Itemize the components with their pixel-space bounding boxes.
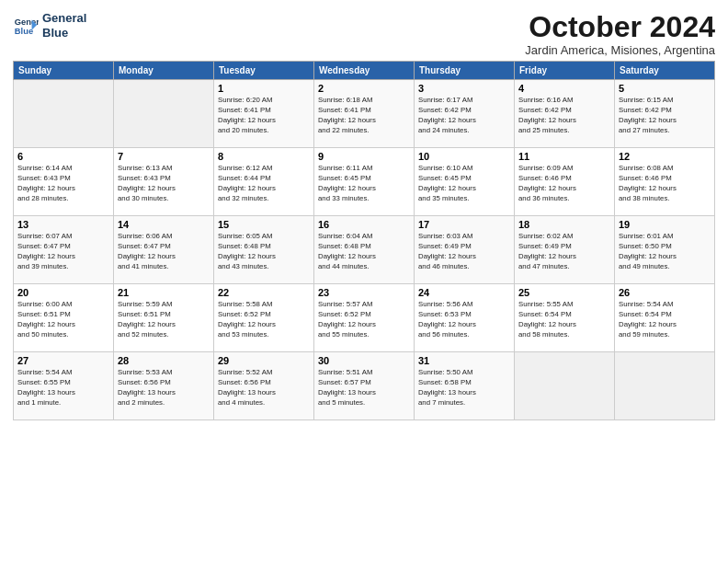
day-info: Sunrise: 5:54 AMSunset: 6:54 PMDaylight:… xyxy=(619,300,711,340)
month-title: October 2024 xyxy=(525,11,715,43)
week-row-4: 20Sunrise: 6:00 AMSunset: 6:51 PMDayligh… xyxy=(14,284,715,352)
day-info: Sunrise: 6:00 AMSunset: 6:51 PMDaylight:… xyxy=(17,300,109,340)
calendar-cell: 2Sunrise: 6:18 AMSunset: 6:41 PMDaylight… xyxy=(314,80,415,148)
day-number: 19 xyxy=(619,219,711,230)
col-header-thursday: Thursday xyxy=(415,62,515,80)
week-row-2: 6Sunrise: 6:14 AMSunset: 6:43 PMDaylight… xyxy=(14,148,715,216)
day-info: Sunrise: 6:03 AMSunset: 6:49 PMDaylight:… xyxy=(418,232,510,272)
day-number: 14 xyxy=(118,219,210,230)
col-header-tuesday: Tuesday xyxy=(214,62,314,80)
calendar-cell: 15Sunrise: 6:05 AMSunset: 6:48 PMDayligh… xyxy=(214,216,314,284)
calendar-cell: 23Sunrise: 5:57 AMSunset: 6:52 PMDayligh… xyxy=(314,284,415,352)
day-info: Sunrise: 6:11 AMSunset: 6:45 PMDaylight:… xyxy=(318,164,410,204)
day-info: Sunrise: 6:08 AMSunset: 6:46 PMDaylight:… xyxy=(619,164,711,204)
day-number: 9 xyxy=(318,151,410,162)
calendar-cell: 26Sunrise: 5:54 AMSunset: 6:54 PMDayligh… xyxy=(615,284,715,352)
logo-text-line2: Blue xyxy=(42,26,86,40)
day-info: Sunrise: 6:13 AMSunset: 6:43 PMDaylight:… xyxy=(118,164,210,204)
day-info: Sunrise: 6:04 AMSunset: 6:48 PMDaylight:… xyxy=(318,232,410,272)
day-number: 25 xyxy=(518,287,610,298)
calendar-cell: 27Sunrise: 5:54 AMSunset: 6:55 PMDayligh… xyxy=(14,352,114,420)
day-number: 4 xyxy=(518,83,610,94)
col-header-friday: Friday xyxy=(515,62,615,80)
col-header-monday: Monday xyxy=(114,62,214,80)
calendar-cell: 4Sunrise: 6:16 AMSunset: 6:42 PMDaylight… xyxy=(515,80,615,148)
day-number: 21 xyxy=(118,287,210,298)
day-number: 26 xyxy=(619,287,711,298)
calendar-cell: 14Sunrise: 6:06 AMSunset: 6:47 PMDayligh… xyxy=(114,216,214,284)
day-info: Sunrise: 6:17 AMSunset: 6:42 PMDaylight:… xyxy=(418,96,510,136)
calendar-container: General Blue General Blue October 2024 J… xyxy=(0,0,728,563)
col-header-sunday: Sunday xyxy=(14,62,114,80)
col-header-saturday: Saturday xyxy=(615,62,715,80)
day-number: 8 xyxy=(218,151,310,162)
calendar-cell: 24Sunrise: 5:56 AMSunset: 6:53 PMDayligh… xyxy=(415,284,515,352)
day-number: 30 xyxy=(318,355,410,366)
calendar-cell: 25Sunrise: 5:55 AMSunset: 6:54 PMDayligh… xyxy=(515,284,615,352)
day-info: Sunrise: 6:10 AMSunset: 6:45 PMDaylight:… xyxy=(418,164,510,204)
day-info: Sunrise: 6:16 AMSunset: 6:42 PMDaylight:… xyxy=(518,96,610,136)
calendar-cell: 12Sunrise: 6:08 AMSunset: 6:46 PMDayligh… xyxy=(615,148,715,216)
day-info: Sunrise: 5:54 AMSunset: 6:55 PMDaylight:… xyxy=(17,368,109,408)
day-info: Sunrise: 6:02 AMSunset: 6:49 PMDaylight:… xyxy=(518,232,610,272)
day-number: 16 xyxy=(318,219,410,230)
day-info: Sunrise: 5:59 AMSunset: 6:51 PMDaylight:… xyxy=(118,300,210,340)
day-info: Sunrise: 6:14 AMSunset: 6:43 PMDaylight:… xyxy=(17,164,109,204)
calendar-cell: 8Sunrise: 6:12 AMSunset: 6:44 PMDaylight… xyxy=(214,148,314,216)
day-number: 23 xyxy=(318,287,410,298)
day-number: 24 xyxy=(418,287,510,298)
day-info: Sunrise: 6:07 AMSunset: 6:47 PMDaylight:… xyxy=(17,232,109,272)
calendar-cell: 5Sunrise: 6:15 AMSunset: 6:42 PMDaylight… xyxy=(615,80,715,148)
calendar-cell: 6Sunrise: 6:14 AMSunset: 6:43 PMDaylight… xyxy=(14,148,114,216)
day-number: 22 xyxy=(218,287,310,298)
day-number: 18 xyxy=(518,219,610,230)
day-number: 1 xyxy=(218,83,310,94)
day-info: Sunrise: 6:05 AMSunset: 6:48 PMDaylight:… xyxy=(218,232,310,272)
day-info: Sunrise: 5:52 AMSunset: 6:56 PMDaylight:… xyxy=(218,368,310,408)
day-number: 13 xyxy=(17,219,109,230)
logo-icon: General Blue xyxy=(13,13,39,39)
calendar-cell: 18Sunrise: 6:02 AMSunset: 6:49 PMDayligh… xyxy=(515,216,615,284)
day-number: 15 xyxy=(218,219,310,230)
day-number: 2 xyxy=(318,83,410,94)
calendar-cell: 30Sunrise: 5:51 AMSunset: 6:57 PMDayligh… xyxy=(314,352,415,420)
calendar-cell xyxy=(14,80,114,148)
calendar-cell: 22Sunrise: 5:58 AMSunset: 6:52 PMDayligh… xyxy=(214,284,314,352)
calendar-cell xyxy=(114,80,214,148)
week-row-5: 27Sunrise: 5:54 AMSunset: 6:55 PMDayligh… xyxy=(14,352,715,420)
calendar-cell xyxy=(615,352,715,420)
col-header-wednesday: Wednesday xyxy=(314,62,415,80)
day-info: Sunrise: 6:09 AMSunset: 6:46 PMDaylight:… xyxy=(518,164,610,204)
day-number: 3 xyxy=(418,83,510,94)
day-info: Sunrise: 5:56 AMSunset: 6:53 PMDaylight:… xyxy=(418,300,510,340)
calendar-cell: 20Sunrise: 6:00 AMSunset: 6:51 PMDayligh… xyxy=(14,284,114,352)
day-info: Sunrise: 6:01 AMSunset: 6:50 PMDaylight:… xyxy=(619,232,711,272)
calendar-cell: 1Sunrise: 6:20 AMSunset: 6:41 PMDaylight… xyxy=(214,80,314,148)
day-info: Sunrise: 6:18 AMSunset: 6:41 PMDaylight:… xyxy=(318,96,410,136)
location-subtitle: Jardin America, Misiones, Argentina xyxy=(525,43,715,57)
day-number: 11 xyxy=(518,151,610,162)
calendar-cell: 21Sunrise: 5:59 AMSunset: 6:51 PMDayligh… xyxy=(114,284,214,352)
calendar-cell: 19Sunrise: 6:01 AMSunset: 6:50 PMDayligh… xyxy=(615,216,715,284)
day-info: Sunrise: 5:50 AMSunset: 6:58 PMDaylight:… xyxy=(418,368,510,408)
day-info: Sunrise: 6:15 AMSunset: 6:42 PMDaylight:… xyxy=(619,96,711,136)
calendar-cell: 3Sunrise: 6:17 AMSunset: 6:42 PMDaylight… xyxy=(415,80,515,148)
calendar-body: 1Sunrise: 6:20 AMSunset: 6:41 PMDaylight… xyxy=(14,80,715,420)
calendar-cell: 7Sunrise: 6:13 AMSunset: 6:43 PMDaylight… xyxy=(114,148,214,216)
calendar-cell: 31Sunrise: 5:50 AMSunset: 6:58 PMDayligh… xyxy=(415,352,515,420)
day-info: Sunrise: 6:06 AMSunset: 6:47 PMDaylight:… xyxy=(118,232,210,272)
calendar-cell: 29Sunrise: 5:52 AMSunset: 6:56 PMDayligh… xyxy=(214,352,314,420)
day-info: Sunrise: 6:12 AMSunset: 6:44 PMDaylight:… xyxy=(218,164,310,204)
day-info: Sunrise: 6:20 AMSunset: 6:41 PMDaylight:… xyxy=(218,96,310,136)
calendar-cell: 28Sunrise: 5:53 AMSunset: 6:56 PMDayligh… xyxy=(114,352,214,420)
calendar-cell: 11Sunrise: 6:09 AMSunset: 6:46 PMDayligh… xyxy=(515,148,615,216)
week-row-3: 13Sunrise: 6:07 AMSunset: 6:47 PMDayligh… xyxy=(14,216,715,284)
calendar-cell: 9Sunrise: 6:11 AMSunset: 6:45 PMDaylight… xyxy=(314,148,415,216)
calendar-header-row: SundayMondayTuesdayWednesdayThursdayFrid… xyxy=(14,62,715,80)
calendar-cell: 10Sunrise: 6:10 AMSunset: 6:45 PMDayligh… xyxy=(415,148,515,216)
week-row-1: 1Sunrise: 6:20 AMSunset: 6:41 PMDaylight… xyxy=(14,80,715,148)
day-info: Sunrise: 5:53 AMSunset: 6:56 PMDaylight:… xyxy=(118,368,210,408)
day-number: 5 xyxy=(619,83,711,94)
day-number: 7 xyxy=(118,151,210,162)
day-number: 10 xyxy=(418,151,510,162)
